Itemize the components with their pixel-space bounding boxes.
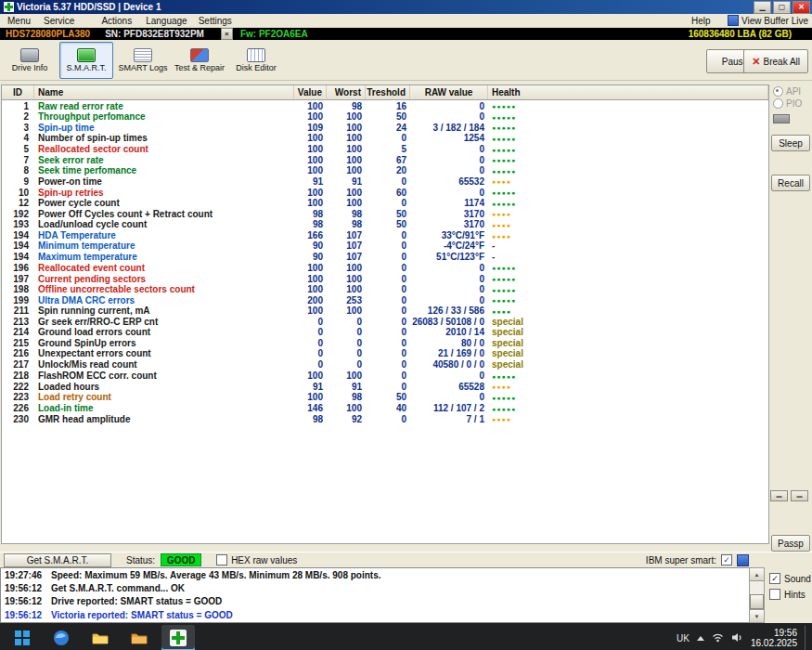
attr-worst: 100 — [346, 165, 366, 176]
attr-treshold: 0 — [401, 252, 410, 263]
sleep-button[interactable]: Sleep — [771, 135, 810, 151]
table-row[interactable]: 4Number of spin-up times10010001254●●●●● — [2, 133, 768, 144]
show-desktop-button[interactable] — [805, 626, 808, 650]
device-tab-close-button[interactable]: × — [221, 28, 233, 40]
mini-button-right[interactable]: ▬ — [791, 490, 808, 501]
recall-button[interactable]: Recall — [771, 175, 810, 191]
get-smart-button[interactable]: Get S.M.A.R.T. — [4, 553, 111, 567]
table-row[interactable]: 5Reallocated sector count10010050●●●●● — [2, 144, 768, 155]
attr-raw-value: 0 — [479, 370, 488, 382]
table-row[interactable]: 12Power cycle count10010001174●●●●● — [2, 198, 768, 209]
menu-item-actions[interactable]: Actions — [101, 16, 132, 26]
attr-id: 4 — [23, 133, 34, 144]
table-row[interactable]: 10Spin-up retries100100600●●●●● — [2, 187, 768, 198]
hints-checkbox[interactable]: Hints — [769, 589, 812, 600]
header-name[interactable]: Name — [34, 85, 294, 99]
attr-raw-value: 21 / 169 / 0 — [438, 348, 488, 359]
explorer-icon[interactable] — [84, 625, 117, 650]
clock[interactable]: 19:56 16.02.2025 — [751, 628, 797, 648]
table-row[interactable]: 193Load/unload cycle count9898503170●●●● — [2, 219, 768, 230]
header-raw-value[interactable]: RAW value — [410, 85, 488, 99]
log-scrollbar[interactable]: ▲ ▼ — [749, 567, 765, 623]
table-row[interactable]: 215Ground SpinUp errors00080 / 0special — [2, 338, 768, 349]
close-button[interactable]: ✕ — [793, 1, 810, 14]
hex-raw-values-checkbox[interactable]: HEX raw values — [216, 554, 297, 566]
attr-id: 213 — [13, 317, 34, 328]
header-value[interactable]: Value — [294, 85, 327, 99]
table-row[interactable]: 217Unlock/Mis read count00040580 / 0 / 0… — [2, 359, 768, 370]
table-row[interactable]: 199Ultra DMA CRC errors20025300●●●●● — [2, 294, 768, 306]
table-row[interactable]: 194Minimum temperature901070-4°C/24°F- — [2, 240, 768, 252]
browser-icon[interactable] — [45, 625, 78, 650]
table-row[interactable]: 192Power Off Cycles count + Retract coun… — [2, 208, 768, 219]
table-row[interactable]: 2Throughput perfomance100100500●●●●● — [2, 111, 768, 123]
table-row[interactable]: 213Gr seek err/RRO-C ERP cnt00026083 / 5… — [2, 317, 768, 328]
smart-table-header: ID Name Value Worst Treshold RAW value H… — [2, 85, 768, 100]
table-row[interactable]: 9Power-on time9191065532●●●● — [2, 176, 768, 187]
volume-icon[interactable] — [731, 632, 743, 644]
drive-model[interactable]: HDS728080PLA380 — [0, 29, 90, 39]
menu-item-language[interactable]: Language — [146, 16, 187, 26]
attr-id: 192 — [13, 209, 34, 220]
pio-radio[interactable]: PIO — [773, 98, 802, 109]
table-row[interactable]: 216Unexpectant errors count00021 / 169 /… — [2, 348, 768, 359]
header-id[interactable]: ID — [2, 85, 34, 99]
table-row[interactable]: 211Spin running current, mA1001000126 / … — [2, 306, 768, 317]
table-row[interactable]: 198Offline uncorrectable sectors count10… — [2, 284, 768, 295]
window-title: Victoria 5.37 HDD/SSD | Device 1 — [17, 2, 752, 12]
table-row[interactable]: 194Maximum temperature90107051°C/123°F- — [2, 252, 768, 263]
test-repair-button[interactable]: Test & Repair — [173, 42, 226, 79]
header-worst[interactable]: Worst — [327, 85, 366, 99]
table-row[interactable]: 8Seek time perfomance100100200●●●●● — [2, 165, 768, 176]
table-row[interactable]: 222Loaded hours9191065528●●●● — [2, 381, 768, 392]
attr-name: Number of spin-up times — [34, 133, 294, 144]
drive-info-button[interactable]: Drive Info — [3, 42, 57, 79]
menu-item-settings[interactable]: Settings — [199, 16, 232, 26]
attr-raw-value: -4°C/24°F — [444, 240, 488, 252]
sound-checkbox[interactable]: ✓ Sound — [769, 573, 812, 584]
victoria-taskbar-icon[interactable] — [161, 625, 195, 650]
log-area[interactable]: 19:27:46Speed: Maximum 59 MB/s. Average … — [0, 567, 749, 623]
menu-item-menu[interactable]: Menu — [7, 16, 31, 26]
attr-treshold: 0 — [401, 382, 410, 393]
minimize-button[interactable]: ▁ — [754, 1, 771, 14]
table-row[interactable]: 3Spin-up time109100243 / 182 / 184●●●●● — [2, 122, 768, 133]
wifi-icon[interactable] — [712, 632, 724, 644]
table-row[interactable]: 218FlashROM ECC corr. count10010000●●●●● — [2, 370, 768, 382]
table-row[interactable]: 226Load-in time14610040112 / 107 / 2●●●●… — [2, 403, 768, 414]
scroll-down-icon[interactable]: ▼ — [750, 609, 764, 622]
table-row[interactable]: 223Load retry count10098500●●●●● — [2, 392, 768, 403]
smart-logs-button[interactable]: SMART Logs — [116, 42, 170, 79]
table-row[interactable]: 197Current pending sectors10010000●●●●● — [2, 273, 768, 284]
break-all-button[interactable]: ✕ Break All — [743, 49, 808, 73]
api-radio[interactable]: API — [773, 86, 801, 97]
attr-value: 0 — [317, 338, 327, 349]
menu-item-help[interactable]: Help — [691, 16, 711, 26]
table-row[interactable]: 196Reallocated event count10010000●●●●● — [2, 262, 768, 273]
table-row[interactable]: 194HDA Temperature166107033°C/91°F●●●● — [2, 230, 768, 241]
ibm-super-smart[interactable]: IBM super smart: ✓ — [646, 554, 749, 566]
scroll-up-icon[interactable]: ▲ — [750, 568, 764, 581]
start-button[interactable] — [6, 625, 39, 650]
chevron-up-icon[interactable] — [697, 636, 704, 641]
attr-id: 194 — [13, 230, 34, 241]
view-buffer-live[interactable]: View Buffer Live — [728, 15, 808, 26]
header-health[interactable]: Health — [488, 85, 768, 99]
table-row[interactable]: 1Raw read error rate10098160●●●●● — [2, 100, 768, 111]
attr-treshold: 0 — [401, 133, 410, 144]
mini-button-left[interactable]: ▬ — [770, 490, 788, 501]
language-indicator[interactable]: UK — [677, 633, 690, 644]
header-treshold[interactable]: Treshold — [366, 85, 410, 99]
menu-item-service[interactable]: Service — [44, 16, 74, 26]
passp-button[interactable]: Passp — [771, 535, 810, 552]
table-row[interactable]: 230GMR head amplitude989207 / 1●●●● — [2, 413, 768, 424]
scroll-track[interactable] — [750, 581, 764, 609]
attr-id: 214 — [13, 327, 34, 338]
scroll-thumb[interactable] — [750, 594, 764, 609]
table-row[interactable]: 7Seek error rate100100670●●●●● — [2, 154, 768, 165]
disk-editor-button[interactable]: Disk Editor — [229, 42, 283, 79]
table-row[interactable]: 214Ground load errors count0002010 / 14s… — [2, 327, 768, 338]
maximize-button[interactable]: ▢ — [773, 1, 791, 14]
app2-icon[interactable] — [122, 625, 156, 650]
smart-button[interactable]: S.M.A.R.T. — [59, 42, 113, 79]
